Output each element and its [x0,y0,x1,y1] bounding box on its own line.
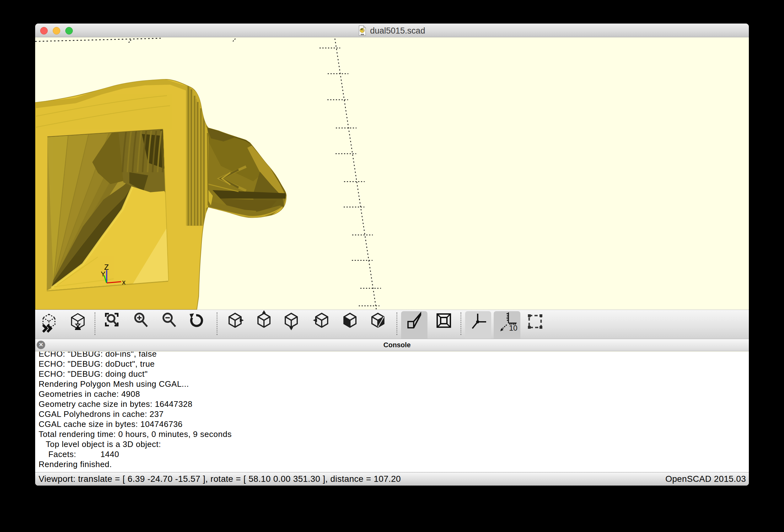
svg-text:x: x [122,278,125,286]
svg-text:10: 10 [509,324,517,332]
